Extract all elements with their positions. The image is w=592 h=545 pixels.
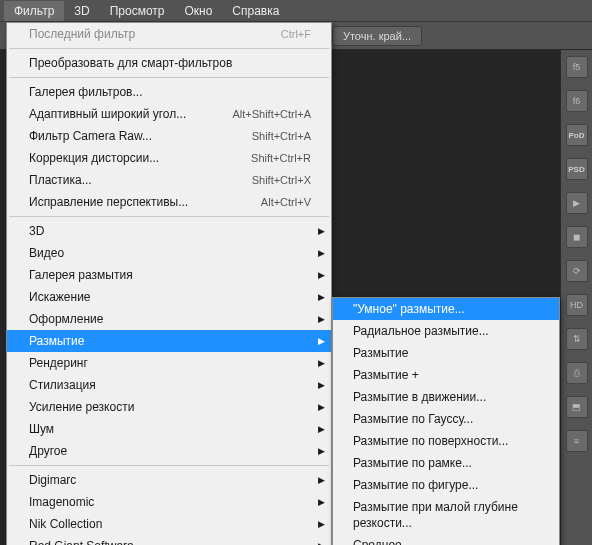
menu-item-label: Преобразовать для смарт-фильтров xyxy=(29,55,232,71)
submenu-arrow-icon: ▶ xyxy=(318,289,325,305)
menu-item[interactable]: Стилизация▶ xyxy=(7,374,331,396)
submenu-arrow-icon: ▶ xyxy=(318,223,325,239)
menubar-item-справка[interactable]: Справка xyxy=(222,1,289,21)
menu-item[interactable]: Преобразовать для смарт-фильтров xyxy=(7,52,331,74)
submenu-arrow-icon: ▶ xyxy=(318,311,325,327)
menubar-item-3d[interactable]: 3D xyxy=(64,1,99,21)
menu-item[interactable]: Галерея фильтров... xyxy=(7,81,331,103)
right-panel: f5f6PoDPSD▶◼⟳HD⇅⎙⬒≡ xyxy=(560,50,592,545)
menubar-item-окно[interactable]: Окно xyxy=(174,1,222,21)
menu-item-label: Шум xyxy=(29,421,54,437)
menu-item[interactable]: Другое▶ xyxy=(7,440,331,462)
menubar-item-фильтр[interactable]: Фильтр xyxy=(4,1,64,21)
menu-item[interactable]: Шум▶ xyxy=(7,418,331,440)
panel-icon-4[interactable]: ▶ xyxy=(566,192,588,214)
panel-icon-10[interactable]: ⬒ xyxy=(566,396,588,418)
submenu-arrow-icon: ▶ xyxy=(318,377,325,393)
menu-item-label: Видео xyxy=(29,245,64,261)
panel-icon-11[interactable]: ≡ xyxy=(566,430,588,452)
submenu-item[interactable]: Размытие + xyxy=(333,364,559,386)
submenu-item[interactable]: Размытие в движении... xyxy=(333,386,559,408)
menu-separator xyxy=(9,465,329,466)
submenu-item-label: Размытие при малой глубине резкости... xyxy=(353,499,543,531)
submenu-arrow-icon: ▶ xyxy=(318,494,325,510)
blur-submenu: "Умное" размытие...Радиальное размытие..… xyxy=(332,297,560,545)
submenu-arrow-icon: ▶ xyxy=(318,421,325,437)
submenu-arrow-icon: ▶ xyxy=(318,245,325,261)
submenu-item-label: Размытие по Гауссу... xyxy=(353,411,473,427)
submenu-arrow-icon: ▶ xyxy=(318,267,325,283)
menu-item[interactable]: Видео▶ xyxy=(7,242,331,264)
menu-shortcut: Shift+Ctrl+R xyxy=(251,150,311,166)
panel-icon-1[interactable]: f6 xyxy=(566,90,588,112)
submenu-item[interactable]: Размытие по поверхности... xyxy=(333,430,559,452)
menu-item[interactable]: Галерея размытия▶ xyxy=(7,264,331,286)
submenu-arrow-icon: ▶ xyxy=(318,399,325,415)
refine-edge-button[interactable]: Уточн. край... xyxy=(332,26,422,46)
submenu-item-label: Радиальное размытие... xyxy=(353,323,489,339)
menu-item-label: Пластика... xyxy=(29,172,92,188)
submenu-arrow-icon: ▶ xyxy=(318,538,325,545)
menu-item[interactable]: Оформление▶ xyxy=(7,308,331,330)
menu-item-label: Стилизация xyxy=(29,377,96,393)
submenu-item-label: Среднее xyxy=(353,537,402,545)
menu-item: Последний фильтрCtrl+F xyxy=(7,23,331,45)
menu-item[interactable]: Исправление перспективы...Alt+Ctrl+V xyxy=(7,191,331,213)
submenu-item[interactable]: "Умное" размытие... xyxy=(333,298,559,320)
menu-item[interactable]: Фильтр Camera Raw...Shift+Ctrl+A xyxy=(7,125,331,147)
panel-icon-2[interactable]: PoD xyxy=(566,124,588,146)
menu-separator xyxy=(9,77,329,78)
menu-item-label: Red Giant Software xyxy=(29,538,134,545)
menu-item-label: Другое xyxy=(29,443,67,459)
submenu-arrow-icon: ▶ xyxy=(318,355,325,371)
menu-item[interactable]: Коррекция дисторсии...Shift+Ctrl+R xyxy=(7,147,331,169)
submenu-item[interactable]: Размытие при малой глубине резкости... xyxy=(333,496,559,534)
menu-item[interactable]: Искажение▶ xyxy=(7,286,331,308)
menu-item-label: Галерея размытия xyxy=(29,267,133,283)
submenu-item[interactable]: Радиальное размытие... xyxy=(333,320,559,342)
submenu-item-label: Размытие в движении... xyxy=(353,389,486,405)
menu-item[interactable]: Imagenomic▶ xyxy=(7,491,331,513)
submenu-item[interactable]: Среднее xyxy=(333,534,559,545)
menubar-item-просмотр[interactable]: Просмотр xyxy=(100,1,175,21)
submenu-item-label: "Умное" размытие... xyxy=(353,301,465,317)
submenu-item[interactable]: Размытие по рамке... xyxy=(333,452,559,474)
panel-icon-3[interactable]: PSD xyxy=(566,158,588,180)
menubar: Фильтр3DПросмотрОкноСправка xyxy=(0,0,592,22)
menu-item[interactable]: Nik Collection▶ xyxy=(7,513,331,535)
submenu-arrow-icon: ▶ xyxy=(318,516,325,532)
menu-item[interactable]: Red Giant Software▶ xyxy=(7,535,331,545)
filter-menu: Последний фильтрCtrl+FПреобразовать для … xyxy=(6,22,332,545)
menu-shortcut: Alt+Shift+Ctrl+A xyxy=(232,106,311,122)
panel-icon-9[interactable]: ⎙ xyxy=(566,362,588,384)
submenu-arrow-icon: ▶ xyxy=(318,443,325,459)
submenu-item-label: Размытие по рамке... xyxy=(353,455,472,471)
menu-item-label: Последний фильтр xyxy=(29,26,135,42)
submenu-item[interactable]: Размытие по Гауссу... xyxy=(333,408,559,430)
menu-item-label: 3D xyxy=(29,223,44,239)
submenu-item-label: Размытие по фигуре... xyxy=(353,477,478,493)
submenu-item-label: Размытие xyxy=(353,345,408,361)
submenu-item[interactable]: Размытие по фигуре... xyxy=(333,474,559,496)
menu-item[interactable]: Пластика...Shift+Ctrl+X xyxy=(7,169,331,191)
menu-separator xyxy=(9,216,329,217)
panel-icon-8[interactable]: ⇅ xyxy=(566,328,588,350)
panel-icon-5[interactable]: ◼ xyxy=(566,226,588,248)
panel-icon-7[interactable]: HD xyxy=(566,294,588,316)
menu-item-label: Imagenomic xyxy=(29,494,94,510)
panel-icon-0[interactable]: f5 xyxy=(566,56,588,78)
submenu-item-label: Размытие по поверхности... xyxy=(353,433,508,449)
menu-item[interactable]: 3D▶ xyxy=(7,220,331,242)
menu-item-label: Рендеринг xyxy=(29,355,88,371)
menu-shortcut: Ctrl+F xyxy=(281,26,311,42)
menu-separator xyxy=(9,48,329,49)
menu-item-label: Nik Collection xyxy=(29,516,102,532)
submenu-item[interactable]: Размытие xyxy=(333,342,559,364)
menu-item[interactable]: Адаптивный широкий угол...Alt+Shift+Ctrl… xyxy=(7,103,331,125)
menu-item[interactable]: Размытие▶ xyxy=(7,330,331,352)
panel-icon-6[interactable]: ⟳ xyxy=(566,260,588,282)
menu-item[interactable]: Digimarc▶ xyxy=(7,469,331,491)
menu-item-label: Оформление xyxy=(29,311,103,327)
menu-item[interactable]: Усиление резкости▶ xyxy=(7,396,331,418)
menu-item[interactable]: Рендеринг▶ xyxy=(7,352,331,374)
